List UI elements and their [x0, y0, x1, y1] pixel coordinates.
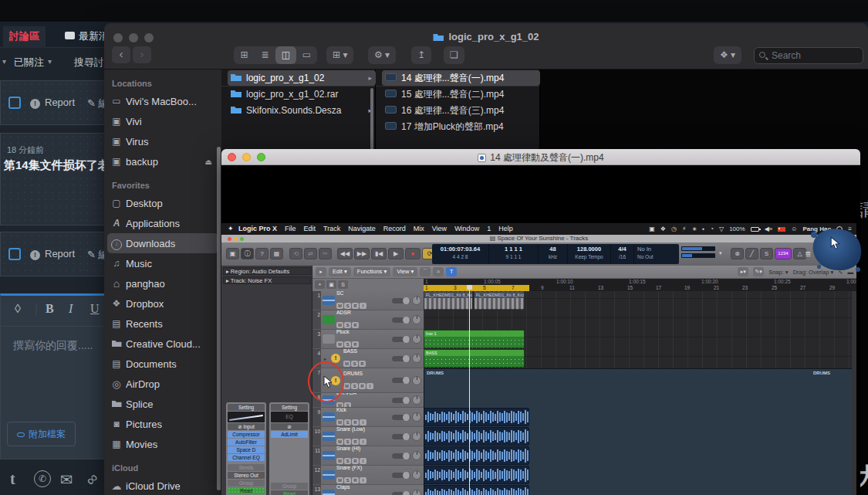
autopunch-button[interactable]: ⇄	[304, 248, 317, 259]
lcd-display[interactable]: 01:00:07:03.644 4 2 8 1 1 1 19 1 1 1 48k…	[432, 244, 679, 264]
no-overlap-button[interactable]: ⊗	[731, 248, 744, 259]
record-enable-button[interactable]: R	[352, 458, 359, 464]
video-canvas[interactable]: ✦ Logic Pro XFileEditTrackNavigateRecord…	[221, 165, 860, 495]
group-slot[interactable]: Group	[271, 483, 308, 490]
share-button[interactable]: ↥	[411, 46, 431, 64]
sends-slot[interactable]: Sends	[228, 464, 265, 471]
play-button[interactable]: ▶	[388, 248, 404, 259]
eject-icon[interactable]: ⏏	[205, 158, 212, 166]
automation-slot[interactable]: Read	[228, 487, 265, 494]
pan-knob[interactable]	[412, 490, 421, 495]
menu-item[interactable]: Help	[498, 223, 513, 235]
midi-region[interactable]: Inst 1	[424, 330, 525, 348]
dropbox-button[interactable]: ❖ ▾	[714, 46, 741, 64]
followed-filter[interactable]: 已關注	[14, 56, 44, 70]
gallery-view-button[interactable]: ▭	[296, 46, 317, 64]
pan-knob[interactable]	[412, 432, 421, 441]
solo-button[interactable]: S	[351, 361, 358, 367]
clock-icon[interactable]: ◷	[671, 223, 677, 235]
audio-waveform-region[interactable]	[424, 427, 529, 446]
bold-button[interactable]: B	[46, 302, 54, 316]
region-inspector-header[interactable]: ▸ Region: Audio Defaults	[223, 267, 311, 275]
action-gear-button[interactable]: ⚙ ▾	[368, 46, 396, 64]
report-button[interactable]: !Report	[30, 248, 75, 260]
playhead[interactable]	[469, 285, 470, 495]
chevron-down-icon[interactable]: ▾	[2, 57, 6, 66]
solo-button[interactable]: S	[351, 383, 358, 389]
pointer-tool-icon[interactable]: ▸	[316, 267, 326, 276]
sidebar-item[interactable]: panghao	[107, 273, 218, 293]
track-header[interactable]: 2 ADSR MSR	[312, 310, 424, 330]
plugin-slot[interactable]: Space D	[228, 446, 265, 453]
group-button[interactable]: ⊞ ▾	[326, 46, 353, 64]
volume-slider[interactable]	[392, 398, 410, 403]
file-row[interactable]: logic_pro_x_g1_02.rar	[228, 86, 376, 102]
track-header[interactable]: 11 Snare (HI) MSRI	[312, 446, 424, 466]
volume-slider[interactable]	[392, 415, 410, 420]
audio-region[interactable]: FL_KHEDMD1_Kit 8_Kick	[474, 291, 525, 310]
audio-waveform-region[interactable]	[424, 466, 529, 484]
record-enable-button[interactable]: R	[352, 341, 359, 348]
volume-slider[interactable]	[392, 337, 410, 342]
volume-icon[interactable]: ◀»	[765, 223, 773, 235]
input-language-flag-icon[interactable]	[778, 227, 785, 232]
eq-thumbnail[interactable]: EQ	[271, 412, 308, 422]
search-input[interactable]	[772, 48, 860, 63]
italic-button[interactable]: I	[69, 302, 73, 316]
sidebar-item[interactable]: Applications	[107, 213, 218, 233]
post-checkbox[interactable]	[8, 97, 21, 109]
input-monitor-button[interactable]: I	[360, 439, 366, 445]
sidebar-scrollbar[interactable]	[217, 147, 221, 490]
mute-button[interactable]: M	[336, 419, 343, 425]
sidebar-item[interactable]: Dropbox	[107, 293, 218, 314]
volume-slider[interactable]	[392, 492, 410, 495]
audio-waveform-region[interactable]	[424, 408, 529, 426]
pan-knob[interactable]	[412, 470, 421, 480]
sidebar-item[interactable]: Pictures	[107, 414, 218, 434]
solo-button[interactable]: S	[344, 322, 351, 328]
time-machine-icon[interactable]: ◔	[710, 223, 714, 235]
output-slot[interactable]: Stereo Out	[228, 472, 265, 479]
forward-button[interactable]: ▶▶	[354, 248, 370, 259]
volume-slider[interactable]	[392, 473, 410, 478]
track-header[interactable]: 10 Snare (Low) MSRI	[312, 427, 424, 446]
pan-knob[interactable]	[412, 354, 421, 363]
record-enable-button[interactable]: R	[352, 419, 359, 425]
forward-button[interactable]: ›	[133, 46, 151, 63]
pan-knob[interactable]	[412, 296, 421, 305]
plugin-slot[interactable]: Compressor	[228, 431, 265, 438]
input-monitor-button[interactable]: I	[360, 477, 366, 483]
volume-slider[interactable]	[392, 434, 410, 439]
close-icon[interactable]	[228, 237, 231, 241]
file-row[interactable]: 16 處理律...聲音(三).mp4	[382, 103, 540, 118]
tool-button[interactable]: T	[446, 267, 457, 276]
menu-item[interactable]: Record	[383, 223, 406, 235]
scissors-icon[interactable]: ✂	[319, 248, 332, 259]
rewind-button[interactable]: ◀◀	[337, 248, 353, 259]
file-row[interactable]: 15 處理律...聲音(二).mp4	[382, 86, 540, 102]
volume-slider[interactable]	[392, 298, 410, 303]
track-header[interactable]: 13 Claps MSRI	[312, 485, 424, 495]
pan-knob[interactable]	[412, 334, 421, 344]
eq-thumbnail[interactable]	[228, 412, 265, 422]
flash-icon[interactable]: ⚡	[682, 223, 687, 235]
mute-button[interactable]: M	[336, 402, 343, 408]
report-button[interactable]: !Report	[30, 97, 75, 109]
solo-header-button[interactable]: S	[338, 280, 348, 289]
solo-button[interactable]: S	[344, 303, 351, 309]
timeline-ruler[interactable]: 11:00:051:00:101:00:151:00:201:00:251:00…	[424, 279, 856, 291]
volume-slider[interactable]	[392, 378, 410, 383]
sidebar-item[interactable]: Recents	[107, 314, 218, 334]
menu-item[interactable]: Logic Pro X	[238, 223, 277, 235]
menu-item[interactable]: Edit	[304, 223, 316, 235]
flex-button[interactable]: ⟲	[289, 248, 302, 259]
pan-knob[interactable]	[412, 315, 421, 324]
snap-label[interactable]: Snap: ▾	[768, 269, 788, 276]
input-monitor-button[interactable]: I	[366, 383, 373, 389]
mute-button[interactable]: M	[343, 361, 350, 367]
solo-button[interactable]: S	[760, 248, 773, 259]
audio-waveform-region[interactable]	[424, 446, 529, 465]
solo-button[interactable]: S	[344, 458, 351, 464]
finder-titlebar[interactable]: logic_pro_x_g1_02 ‹› ⊞ ≣ ◫ ▭ ⊞ ▾ ⚙ ▾ ↥ ❏…	[104, 23, 868, 70]
sidebar-item[interactable]: Music	[107, 253, 218, 273]
